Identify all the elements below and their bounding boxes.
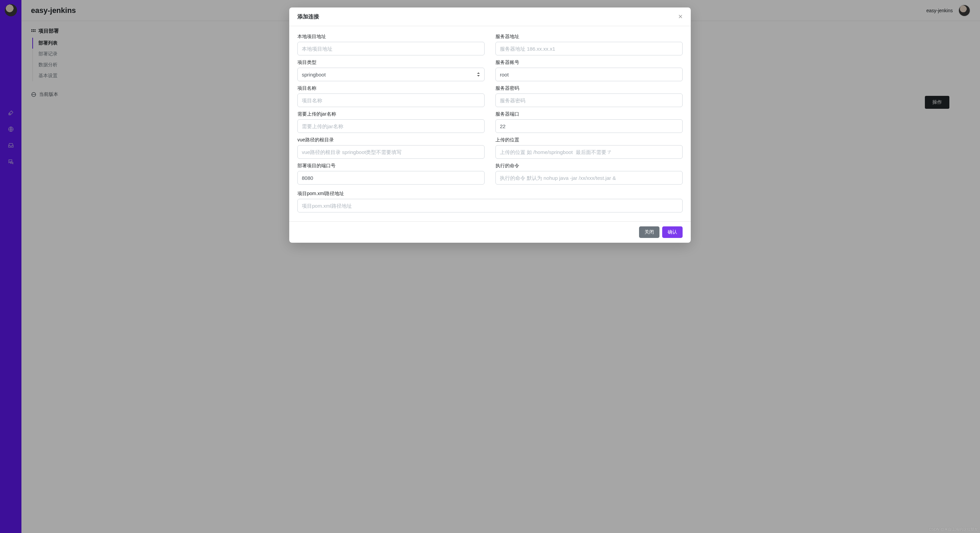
- input-deploy-port[interactable]: [298, 171, 485, 185]
- select-project-type[interactable]: springboot: [298, 68, 485, 81]
- input-server-account[interactable]: [495, 68, 682, 81]
- modal-header: 添加连接 ×: [289, 8, 691, 26]
- modal-title: 添加连接: [298, 13, 319, 21]
- confirm-button[interactable]: 确认: [662, 226, 682, 238]
- modal-body: 本地项目地址 项目类型 springboot 项目名称 需要上传的jar名称 v…: [289, 26, 691, 195]
- input-server-password[interactable]: [495, 94, 682, 107]
- label-server-address: 服务器地址: [495, 34, 682, 40]
- modal-footer: 关闭 确认: [289, 221, 691, 243]
- modal-right-column: 服务器地址 服务器账号 服务器密码 服务器端口 上传的位置 执行的命令: [495, 32, 682, 187]
- watermark: CSDN @来自上海的这位朋友: [929, 527, 978, 532]
- label-server-password: 服务器密码: [495, 85, 682, 92]
- label-local-project-path: 本地项目地址: [298, 34, 485, 40]
- input-project-name[interactable]: [298, 94, 485, 107]
- input-vue-root[interactable]: [298, 145, 485, 159]
- input-server-address[interactable]: [495, 42, 682, 56]
- input-exec-command[interactable]: [495, 171, 682, 185]
- modal-overlay: 添加连接 × 本地项目地址 项目类型 springboot 项目名称 需要上传的…: [0, 0, 980, 533]
- label-project-name: 项目名称: [298, 85, 485, 92]
- label-project-type: 项目类型: [298, 59, 485, 66]
- input-jar-name[interactable]: [298, 119, 485, 133]
- close-icon[interactable]: ×: [678, 13, 682, 21]
- input-server-port[interactable]: [495, 119, 682, 133]
- modal-full-row: 项目pom.xml路径地址: [289, 195, 691, 221]
- label-jar-name: 需要上传的jar名称: [298, 111, 485, 117]
- label-upload-location: 上传的位置: [495, 137, 682, 143]
- input-upload-location[interactable]: [495, 145, 682, 159]
- close-button[interactable]: 关闭: [639, 226, 659, 238]
- modal-add-connection: 添加连接 × 本地项目地址 项目类型 springboot 项目名称 需要上传的…: [289, 8, 691, 243]
- label-server-port: 服务器端口: [495, 111, 682, 117]
- label-pom-path: 项目pom.xml路径地址: [298, 191, 682, 197]
- label-server-account: 服务器账号: [495, 59, 682, 66]
- modal-left-column: 本地项目地址 项目类型 springboot 项目名称 需要上传的jar名称 v…: [298, 32, 485, 187]
- input-pom-path[interactable]: [298, 199, 682, 213]
- label-deploy-port: 部署项目的端口号: [298, 163, 485, 169]
- input-local-project-path[interactable]: [298, 42, 485, 56]
- label-vue-root: vue路径的根目录: [298, 137, 485, 143]
- label-exec-command: 执行的命令: [495, 163, 682, 169]
